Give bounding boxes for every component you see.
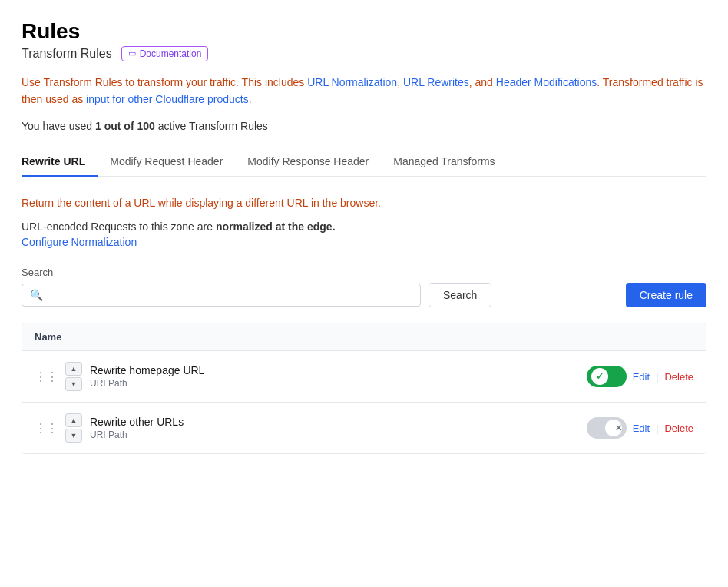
configure-normalization-link[interactable]: Configure Normalization [22,236,137,248]
section-description: Return the content of a URL while displa… [22,195,706,211]
rule-actions-1: ✓ Edit | Delete [587,366,693,387]
tab-modify-response-header[interactable]: Modify Response Header [235,148,381,177]
url-normalization-link[interactable]: URL Normalization [307,76,397,88]
rule-type-2: URI Path [90,429,579,440]
table-row: ⋮⋮ ▲ ▼ Rewrite other URLs URI Path ✕ Edi… [22,403,706,453]
tab-rewrite-url[interactable]: Rewrite URL [22,148,98,177]
rule-info-2: Rewrite other URLs URI Path [90,416,579,440]
search-input[interactable] [49,289,412,301]
rule-type-1: URI Path [90,378,579,389]
sort-up-1[interactable]: ▲ [65,362,82,376]
rule-info-1: Rewrite homepage URL URI Path [90,364,579,389]
doc-badge-label: Documentation [140,48,202,59]
sort-down-2[interactable]: ▼ [65,429,82,443]
normalization-prefix: URL-encoded Requests to this zone are [22,221,216,233]
search-label: Search [22,267,706,278]
rules-table: Name ⋮⋮ ▲ ▼ Rewrite homepage URL URI Pat… [22,323,706,454]
create-rule-button[interactable]: Create rule [626,283,706,307]
drag-handle-2[interactable]: ⋮⋮ [35,421,58,436]
usage-highlight: 1 out of 100 [95,120,155,132]
toggle-1[interactable]: ✓ [587,366,627,387]
page-title: Rules [22,18,706,45]
tab-modify-request-header[interactable]: Modify Request Header [98,148,235,177]
rule-name-2: Rewrite other URLs [90,416,579,428]
sort-up-2[interactable]: ▲ [65,413,82,427]
tab-managed-transforms[interactable]: Managed Transforms [381,148,507,177]
edit-link-1[interactable]: Edit [633,371,650,383]
rule-name-1: Rewrite homepage URL [90,364,579,376]
transform-rules-label: Transform Rules [22,47,112,61]
toggle-knob-1: ✓ [591,368,608,385]
sort-buttons-2: ▲ ▼ [65,413,82,443]
normalization-text: URL-encoded Requests to this zone are no… [22,221,706,233]
tabs-container: Rewrite URL Modify Request Header Modify… [22,148,706,177]
toggle-check-icon-1: ✓ [596,371,604,382]
separator-1: | [656,371,658,383]
usage-suffix: active Transform Rules [155,120,268,132]
search-button[interactable]: Search [429,283,491,307]
table-row: ⋮⋮ ▲ ▼ Rewrite homepage URL URI Path ✓ E… [22,351,706,403]
rule-actions-2: ✕ Edit | Delete [587,417,693,439]
page-description: Use Transform Rules to transform your tr… [22,74,706,108]
search-input-wrapper: 🔍 [22,284,421,307]
doc-icon: ▭ [128,48,136,58]
separator-2: | [656,423,658,434]
input-link[interactable]: input for other Cloudflare products [86,93,249,105]
usage-text: You have used 1 out of 100 active Transf… [22,120,706,132]
drag-handle-1[interactable]: ⋮⋮ [35,370,58,384]
toggle-x-icon-2: ✕ [615,423,622,433]
usage-prefix: You have used [22,120,95,132]
toggle-2[interactable]: ✕ [587,417,627,439]
table-header-name: Name [22,323,706,351]
delete-link-1[interactable]: Delete [664,371,693,383]
search-row: 🔍 Search Create rule [22,283,706,307]
normalization-bold: normalized at the edge. [216,221,336,233]
sort-buttons-1: ▲ ▼ [65,362,82,391]
edit-link-2[interactable]: Edit [633,423,650,434]
url-rewrites-link[interactable]: URL Rewrites [403,76,469,88]
documentation-badge[interactable]: ▭ Documentation [121,46,209,61]
search-icon: 🔍 [30,289,43,301]
header-modifications-link[interactable]: Header Modifications [496,76,597,88]
sort-down-1[interactable]: ▼ [65,377,82,391]
delete-link-2[interactable]: Delete [664,423,693,434]
